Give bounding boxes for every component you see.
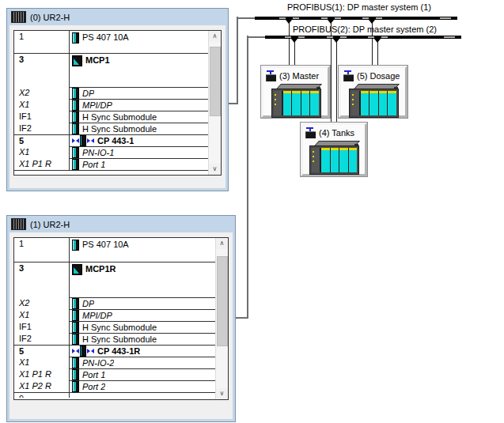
bus-tap-mark (321, 17, 328, 19)
module-icon (72, 32, 79, 43)
connection-line (247, 36, 266, 38)
rack-row[interactable]: 1PS 407 10A (14, 31, 209, 53)
module-name: CP 443-1R (97, 346, 140, 356)
cp-connection-icon (72, 346, 94, 357)
module-icon (72, 111, 79, 123)
module-icon (72, 322, 79, 333)
scroll-up-icon[interactable]: ∧ (209, 31, 221, 42)
dp-station-tanks[interactable]: (4) Tanks (301, 123, 367, 176)
bus-tap-mark (381, 36, 388, 38)
rack-row[interactable]: X1 P1 RPort 1 (14, 158, 209, 170)
module-cell: PS 407 10A (70, 238, 216, 262)
rack-row[interactable]: 3MCP1 (14, 53, 209, 87)
bus-tap-icon (286, 20, 292, 24)
module-name: Port 2 (82, 382, 105, 391)
slot-label: X1 (14, 357, 70, 368)
module-name: MCP1 (85, 55, 110, 65)
plc-rack-graphic (349, 84, 398, 114)
scrollbar-thumb[interactable] (210, 47, 221, 116)
rack-window-titlebar[interactable]: (1) UR2-H (7, 216, 235, 232)
rack-window-0: (0) UR2-H 1PS 407 10A3MCP1X2DPX1MPI/DPIF… (6, 8, 229, 191)
module-cell: CP 443-1R (70, 345, 216, 357)
scroll-down-icon[interactable]: ∨ (216, 388, 228, 399)
module-cell: MPI/DP (70, 309, 216, 321)
bus-tap-mark (440, 17, 451, 19)
module-cell: Port 1 (70, 368, 216, 380)
slot-label: X1 P1 R (14, 158, 70, 170)
slot-label: 5 (14, 345, 70, 357)
module-name: Port 1 (82, 370, 105, 380)
module-cell: H Sync Submodule (70, 123, 209, 134)
rack-row[interactable]: 9 (14, 392, 216, 398)
rack-row[interactable]: X2DP (14, 297, 216, 309)
drop-line (336, 39, 337, 123)
profibus-2-label[interactable]: PROFIBUS(2): DP master system (2) (293, 25, 437, 34)
rack-row[interactable]: 5CP 443-1R (14, 345, 216, 357)
rack-row[interactable]: X1PN-IO-1 (14, 146, 209, 158)
slot-label: 1 (14, 238, 70, 262)
rack-row[interactable]: X1MPI/DP (14, 309, 216, 321)
rack-window-title: (1) UR2-H (30, 220, 70, 229)
rack-window-body: 1PS 407 10A3MCP1RX2DPX1MPI/DPIF1H Sync S… (9, 232, 233, 419)
profibus-1-label[interactable]: PROFIBUS(1): DP master system (1) (287, 2, 431, 12)
module-icon (72, 147, 79, 158)
bus-tap-mark (327, 36, 333, 38)
scrollbar[interactable]: ∧ ∨ (208, 31, 221, 175)
cpu-icon (72, 264, 82, 275)
module-cell: Port 2 (70, 380, 216, 392)
scrollbar-thumb[interactable] (217, 256, 228, 346)
module-name: PN-IO-1 (82, 148, 114, 157)
rack-row[interactable]: X2DP (14, 87, 209, 99)
module-name: H Sync Submodule (82, 334, 157, 344)
scroll-down-icon[interactable]: ∨ (209, 164, 221, 175)
module-cell: MCP1 (70, 53, 209, 87)
module-icon (72, 159, 79, 170)
rack-icon (11, 218, 26, 230)
rack-row[interactable]: 5CP 443-1 (14, 134, 209, 146)
module-icon (72, 369, 79, 380)
module-name: CP 443-1 (97, 136, 134, 145)
module-cell: PS 407 10A (70, 31, 209, 53)
bus-tap-mark (279, 17, 286, 19)
rack-row[interactable]: IF1H Sync Submodule (14, 321, 216, 333)
bus-tap-icon (328, 20, 334, 24)
station-label: (5) Dosage (357, 71, 400, 81)
rack-row[interactable]: IF2H Sync Submodule (14, 123, 209, 134)
station-label: (4) Tanks (319, 128, 354, 138)
dp-station-master[interactable]: (3) Master (261, 66, 330, 118)
rack-row[interactable]: X1PN-IO-2 (14, 357, 216, 368)
slot-label: 3 (14, 53, 70, 87)
rack-row[interactable]: X1MPI/DP (14, 99, 209, 111)
module-name: H Sync Submodule (82, 112, 157, 122)
module-name: MPI/DP (82, 100, 112, 110)
rack-icon (11, 11, 26, 23)
dp-station-dosage[interactable]: (5) Dosage (339, 66, 407, 118)
module-name: PN-IO-2 (82, 358, 114, 368)
rack-row[interactable]: X1 P2 RPort 2 (14, 380, 216, 392)
module-cell: DP (70, 297, 216, 309)
rack-row[interactable]: X1 P1 RPort 1 (14, 368, 216, 380)
scrollbar[interactable]: ∧ ∨ (215, 238, 228, 399)
module-name: MCP1R (85, 264, 116, 274)
module-icon (72, 381, 79, 392)
slot-label: X1 (14, 309, 70, 321)
bus-tap-mark (298, 36, 305, 38)
module-cell: PN-IO-2 (70, 357, 216, 368)
rack-window-titlebar[interactable]: (0) UR2-H (7, 9, 228, 25)
module-name: H Sync Submodule (82, 323, 157, 332)
slot-label: IF2 (14, 333, 70, 345)
rack-row[interactable]: IF1H Sync Submodule (14, 111, 209, 123)
module-name: H Sync Submodule (82, 124, 157, 134)
module-icon (72, 357, 79, 368)
plc-rack-graphic (309, 141, 358, 171)
dp-slave-icon (266, 70, 277, 81)
module-cell: DP (70, 87, 209, 99)
rack-row[interactable]: IF2H Sync Submodule (14, 333, 216, 345)
module-icon (72, 240, 79, 251)
hwconfig-station-view: PROFIBUS(1): DP master system (1) PROFIB… (0, 0, 504, 423)
rack-row[interactable]: 1PS 407 10A (14, 238, 216, 262)
rack-row[interactable]: 3MCP1R (14, 262, 216, 297)
module-icon (72, 310, 79, 321)
scroll-up-icon[interactable]: ∧ (216, 238, 228, 249)
rack-slot-table: 1PS 407 10A3MCP1RX2DPX1MPI/DPIF1H Sync S… (13, 237, 229, 400)
